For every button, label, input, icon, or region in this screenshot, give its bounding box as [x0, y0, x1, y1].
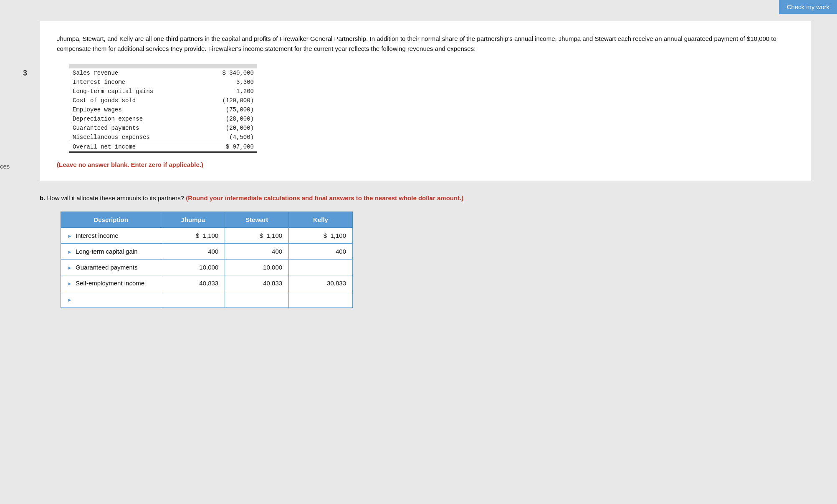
income-table-header-row: [69, 64, 257, 68]
row-label: Depreciation expense: [69, 114, 195, 123]
alloc-jhumpa-ltcg[interactable]: 400: [161, 243, 225, 259]
row-value: (28,000): [195, 114, 257, 123]
income-statement-table: Sales revenue $ 340,000 Interest income …: [69, 64, 257, 153]
row-label: Interest income: [69, 78, 195, 87]
alloc-stewart-ltcg[interactable]: 400: [225, 243, 289, 259]
alloc-desc-interest: ► Interest income: [61, 227, 161, 243]
total-label: Overall net income: [69, 142, 195, 152]
stewart-interest-val: 1,100: [267, 232, 283, 239]
alloc-stewart-empty[interactable]: [225, 291, 289, 307]
row-value: 1,200: [195, 87, 257, 96]
jhumpa-interest-val: 1,100: [203, 232, 219, 239]
problem-description: Jhumpa, Stewart, and Kelly are all one-t…: [57, 34, 795, 54]
alloc-stewart-selfemploy[interactable]: 40,833: [225, 275, 289, 291]
problem-box: Jhumpa, Stewart, and Kelly are all one-t…: [40, 21, 812, 181]
sidebar-number: 3: [23, 69, 27, 78]
alloc-row-guaranteed: ► Guaranteed payments 10,000 10,000: [61, 259, 353, 275]
alloc-jhumpa-empty[interactable]: [161, 291, 225, 307]
row-value: (4,500): [195, 133, 257, 142]
header-stewart: Stewart: [225, 212, 289, 227]
table-row: Sales revenue $ 340,000: [69, 68, 257, 78]
alloc-kelly-selfemploy[interactable]: 30,833: [289, 275, 353, 291]
row-arrow-icon: ►: [67, 233, 72, 239]
kelly-interest-val: 1,100: [330, 232, 346, 239]
row-arrow-icon: ►: [67, 281, 72, 287]
dollar-sign: $: [260, 232, 263, 239]
total-row: Overall net income $ 97,000: [69, 142, 257, 152]
check-my-work-button[interactable]: Check my work: [779, 0, 837, 14]
alloc-row-empty: ►: [61, 291, 353, 307]
row-value: (75,000): [195, 105, 257, 114]
allocation-table: Description Jhumpa Stewart Kelly ► Inter…: [61, 212, 353, 308]
row-label: Long-term capital gains: [69, 87, 195, 96]
table-row-underline: Miscellaneous expenses (4,500): [69, 133, 257, 142]
row-value: 3,300: [195, 78, 257, 87]
page-wrapper: Check my work 3 ces Jhumpa, Stewart, and…: [0, 0, 837, 504]
part-b-bold-red: (Round your intermediate calculations an…: [186, 194, 463, 202]
alloc-desc-empty: ►: [61, 291, 161, 307]
stewart-ltcg-val: 400: [272, 248, 282, 255]
stewart-guaranteed-val: 10,000: [263, 264, 282, 271]
alloc-desc-ltcg: ► Long-term capital gain: [61, 243, 161, 259]
alloc-kelly-interest[interactable]: $ 1,100: [289, 227, 353, 243]
table-row: Interest income 3,300: [69, 78, 257, 87]
jhumpa-guaranteed-val: 10,000: [199, 264, 218, 271]
alloc-row-ltcg: ► Long-term capital gain 400 400 400: [61, 243, 353, 259]
alloc-desc-text: Interest income: [76, 232, 119, 239]
table-row: Long-term capital gains 1,200: [69, 87, 257, 96]
row-value: (120,000): [195, 96, 257, 105]
kelly-selfemploy-val: 30,833: [327, 280, 346, 287]
part-b-text: How will it allocate these amounts to it…: [47, 194, 186, 202]
alloc-desc-guaranteed: ► Guaranteed payments: [61, 259, 161, 275]
alloc-jhumpa-guaranteed[interactable]: 10,000: [161, 259, 225, 275]
part-b-label: b. How will it allocate these amounts to…: [40, 194, 812, 203]
dollar-sign: $: [196, 232, 199, 239]
row-value: $ 340,000: [195, 68, 257, 78]
header-kelly: Kelly: [289, 212, 353, 227]
alloc-header-row: Description Jhumpa Stewart Kelly: [61, 212, 353, 227]
alloc-jhumpa-selfemploy[interactable]: 40,833: [161, 275, 225, 291]
table-row: Cost of goods sold (120,000): [69, 96, 257, 105]
alloc-desc-text: Long-term capital gain: [76, 248, 137, 255]
row-label: Miscellaneous expenses: [69, 133, 195, 142]
total-value: $ 97,000: [195, 142, 257, 152]
alloc-kelly-guaranteed[interactable]: [289, 259, 353, 275]
table-row: Depreciation expense (28,000): [69, 114, 257, 123]
header-description: Description: [61, 212, 161, 227]
table-row: Guaranteed payments (20,000): [69, 123, 257, 133]
row-arrow-icon: ►: [67, 265, 72, 271]
row-arrow-icon: ►: [67, 249, 72, 255]
alloc-jhumpa-interest[interactable]: $ 1,100: [161, 227, 225, 243]
alloc-desc-selfemploy: ► Self-employment income: [61, 275, 161, 291]
dollar-sign: $: [324, 232, 327, 239]
table-row: Employee wages (75,000): [69, 105, 257, 114]
alloc-desc-text: Guaranteed payments: [76, 264, 137, 271]
allocation-table-wrapper: Description Jhumpa Stewart Kelly ► Inter…: [61, 212, 812, 308]
alloc-stewart-guaranteed[interactable]: 10,000: [225, 259, 289, 275]
part-b-section: b. How will it allocate these amounts to…: [40, 194, 812, 308]
jhumpa-ltcg-val: 400: [208, 248, 218, 255]
alloc-row-interest: ► Interest income $ 1,100 $ 1,100 $ 1,10…: [61, 227, 353, 243]
alloc-kelly-ltcg[interactable]: 400: [289, 243, 353, 259]
row-label: Sales revenue: [69, 68, 195, 78]
header-label: [69, 64, 195, 68]
part-b-prefix: b.: [40, 194, 45, 202]
alloc-kelly-empty[interactable]: [289, 291, 353, 307]
header-value: [195, 64, 257, 68]
row-label: Guaranteed payments: [69, 123, 195, 133]
leave-blank-instruction: (Leave no answer blank. Enter zero if ap…: [57, 161, 795, 168]
sidebar-ces: ces: [0, 163, 10, 170]
header-jhumpa: Jhumpa: [161, 212, 225, 227]
alloc-stewart-interest[interactable]: $ 1,100: [225, 227, 289, 243]
row-label: Cost of goods sold: [69, 96, 195, 105]
row-label: Employee wages: [69, 105, 195, 114]
kelly-ltcg-val: 400: [336, 248, 346, 255]
stewart-selfemploy-val: 40,833: [263, 280, 282, 287]
jhumpa-selfemploy-val: 40,833: [199, 280, 218, 287]
alloc-desc-text: Self-employment income: [76, 280, 144, 287]
alloc-row-selfemploy: ► Self-employment income 40,833 40,833 3…: [61, 275, 353, 291]
row-arrow-icon: ►: [67, 297, 72, 303]
row-value: (20,000): [195, 123, 257, 133]
main-content: Jhumpa, Stewart, and Kelly are all one-t…: [40, 8, 812, 308]
